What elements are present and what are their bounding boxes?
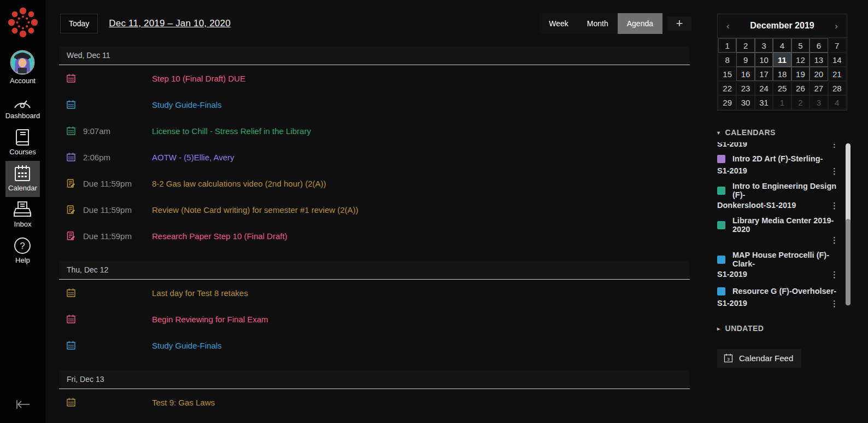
today-button[interactable]: Today bbox=[60, 14, 98, 33]
mini-calendar-day[interactable]: 4 bbox=[773, 38, 791, 53]
mini-calendar-day[interactable]: 13 bbox=[810, 53, 828, 67]
collapse-arrow-icon bbox=[15, 398, 31, 411]
kebab-menu-icon[interactable]: ⋮ bbox=[830, 270, 838, 279]
calendar-feed-label: Calendar Feed bbox=[739, 354, 793, 363]
sidebar-item-help[interactable]: ?Help bbox=[5, 233, 40, 269]
mini-calendar-day[interactable]: 7 bbox=[828, 38, 846, 53]
agenda-event-row[interactable]: Due 11:59pmResearch Paper Step 10 (Final… bbox=[59, 223, 690, 249]
sidebar-item-account[interactable]: Account bbox=[5, 46, 40, 90]
event-title-link[interactable]: Step 10 (Final Draft) DUE bbox=[152, 74, 245, 83]
mini-calendar-day[interactable]: 12 bbox=[791, 53, 810, 67]
prev-month-icon[interactable]: ‹ bbox=[726, 21, 730, 31]
calendar-color-swatch[interactable] bbox=[717, 155, 725, 163]
mini-calendar-day[interactable]: 21 bbox=[828, 67, 846, 81]
mini-calendar-day[interactable]: 16 bbox=[736, 67, 754, 81]
event-time: 2:06pm bbox=[83, 153, 152, 162]
mini-calendar-day[interactable]: 30 bbox=[736, 95, 754, 109]
sidebar-item-dashboard[interactable]: Dashboard bbox=[5, 90, 40, 125]
agenda-list: Wed, Dec 11 Step 10 (Final Draft) DUE St… bbox=[59, 47, 690, 415]
undated-section-header[interactable]: ▸ UNDATED bbox=[717, 324, 868, 333]
mini-calendar-day[interactable]: 31 bbox=[755, 95, 773, 109]
sidebar-item-courses[interactable]: Courses bbox=[5, 125, 40, 161]
view-tab-month[interactable]: Month bbox=[578, 13, 618, 34]
mini-calendar-day[interactable]: 1 bbox=[773, 95, 791, 109]
kebab-menu-icon[interactable]: ⋮ bbox=[830, 236, 838, 244]
mini-calendar-day[interactable]: 23 bbox=[736, 81, 754, 95]
kebab-menu-icon[interactable]: ⋮ bbox=[830, 299, 838, 308]
calendar-color-swatch[interactable] bbox=[717, 256, 725, 264]
date-range-link[interactable]: Dec 11, 2019 – Jan 10, 2020 bbox=[109, 18, 230, 29]
calendar-color-swatch[interactable] bbox=[717, 221, 725, 229]
agenda-event-row[interactable]: Last day for Test 8 retakes bbox=[59, 280, 690, 306]
kebab-menu-icon[interactable]: ⋮ bbox=[830, 142, 838, 148]
mini-calendar-day[interactable]: 2 bbox=[736, 38, 754, 53]
calendar-list-item[interactable]: Intro 2D Art (F)-Sterling-S1-2019⋮ bbox=[717, 153, 838, 177]
mini-calendar-day[interactable]: 20 bbox=[810, 67, 828, 81]
event-title-link[interactable]: Study Guide-Finals bbox=[152, 341, 222, 350]
agenda-event-row[interactable]: Study Guide-Finals bbox=[59, 91, 690, 118]
agenda-event-row[interactable]: Due 11:59pm8-2 Gas law calculations vide… bbox=[59, 170, 690, 196]
mini-calendar-day[interactable]: 2 bbox=[791, 95, 810, 109]
mini-calendar-day[interactable]: 28 bbox=[828, 81, 846, 95]
event-title-link[interactable]: AOTW - (5)Ellie, Avery bbox=[152, 153, 234, 162]
agenda-event-row[interactable]: Due 11:59pmReview (Note Card writing) fo… bbox=[59, 196, 690, 223]
mini-calendar-day[interactable]: 4 bbox=[828, 95, 846, 109]
kebab-menu-icon[interactable]: ⋮ bbox=[830, 167, 838, 175]
mini-calendar-day[interactable]: 10 bbox=[755, 53, 773, 67]
calendar-list-item[interactable]: Intro to Engineering Design (F)-Donkersl… bbox=[717, 182, 838, 211]
collapse-nav-button[interactable] bbox=[15, 398, 31, 423]
calendar-color-swatch[interactable] bbox=[717, 287, 725, 295]
calendar-feed-button[interactable]: 3 Calendar Feed bbox=[717, 349, 801, 368]
mini-calendar-day[interactable]: 3 bbox=[755, 38, 773, 53]
mini-calendar-day[interactable]: 26 bbox=[791, 81, 810, 95]
calendar-list-item[interactable]: Library Media Center 2019-2020⋮ bbox=[717, 216, 838, 246]
mini-calendar-day[interactable]: 5 bbox=[791, 38, 810, 53]
mini-calendar-day[interactable]: 24 bbox=[755, 81, 773, 95]
add-event-button[interactable]: + bbox=[667, 16, 691, 31]
mini-calendar-day[interactable]: 19 bbox=[791, 67, 810, 81]
mini-calendar-day[interactable]: 9 bbox=[736, 53, 754, 67]
agenda-day-section: Wed, Dec 11 Step 10 (Final Draft) DUE St… bbox=[59, 47, 690, 249]
sidebar-item-calendar[interactable]: Calendar bbox=[5, 161, 40, 197]
mini-calendar-day-selected[interactable]: 11 bbox=[773, 53, 791, 67]
agenda-event-row[interactable]: 2:06pmAOTW - (5)Ellie, Avery bbox=[59, 144, 690, 170]
mini-calendar-day[interactable]: 27 bbox=[810, 81, 828, 95]
calendar-list-item[interactable]: Resource G (F)-Overholser-S1-2019⋮ bbox=[717, 285, 838, 308]
calendar-event-icon bbox=[67, 398, 75, 407]
event-title-link[interactable]: Review (Note Card writing) for semester … bbox=[152, 205, 359, 215]
mini-calendar-day[interactable]: 6 bbox=[810, 38, 828, 53]
event-title-link[interactable]: Test 9: Gas Laws bbox=[152, 398, 215, 407]
calendar-list-item[interactable]: MAP House Petrocelli (F)-Clark-S1-2019⋮ bbox=[717, 251, 838, 280]
mini-calendar-day[interactable]: 25 bbox=[773, 81, 791, 95]
event-title-link[interactable]: Study Guide-Finals bbox=[152, 100, 222, 109]
mini-calendar-day[interactable]: 1 bbox=[718, 38, 736, 53]
event-title-link[interactable]: Last day for Test 8 retakes bbox=[152, 288, 248, 298]
mini-calendar-day[interactable]: 8 bbox=[718, 53, 736, 67]
next-month-icon[interactable]: › bbox=[835, 21, 838, 31]
agenda-event-row[interactable]: Step 10 (Final Draft) DUE bbox=[59, 65, 690, 91]
canvas-logo[interactable] bbox=[7, 0, 39, 46]
agenda-event-row[interactable]: Test 9: Gas Laws bbox=[59, 389, 690, 415]
event-title-link[interactable]: License to Chill - Stress Relief in the … bbox=[152, 126, 311, 136]
event-title-link[interactable]: Research Paper Step 10 (Final Draft) bbox=[152, 231, 288, 241]
event-title-link[interactable]: 8-2 Gas law calculations video (2nd hour… bbox=[152, 179, 326, 188]
calendar-event-icon bbox=[67, 315, 75, 323]
event-title-link[interactable]: Begin Reviewing for Final Exam bbox=[152, 315, 268, 324]
mini-calendar-day[interactable]: 22 bbox=[718, 81, 736, 95]
mini-calendar-day[interactable]: 18 bbox=[773, 67, 791, 81]
sidebar-item-inbox[interactable]: Inbox bbox=[5, 197, 40, 233]
calendar-color-swatch[interactable] bbox=[717, 187, 725, 195]
agenda-event-row[interactable]: Begin Reviewing for Final Exam bbox=[59, 306, 690, 332]
kebab-menu-icon[interactable]: ⋮ bbox=[830, 201, 838, 210]
view-tab-week[interactable]: Week bbox=[539, 13, 578, 34]
mini-calendar-day[interactable]: 3 bbox=[810, 95, 828, 109]
mini-calendar-day[interactable]: 15 bbox=[718, 67, 736, 81]
view-tab-agenda[interactable]: Agenda bbox=[618, 13, 662, 34]
mini-calendar-day[interactable]: 17 bbox=[755, 67, 773, 81]
calendars-scrollbar-thumb[interactable] bbox=[846, 219, 851, 305]
mini-calendar-day[interactable]: 14 bbox=[828, 53, 846, 67]
calendars-section-header[interactable]: ▾ CALENDARS bbox=[717, 128, 868, 137]
agenda-event-row[interactable]: 9:07amLicense to Chill - Stress Relief i… bbox=[59, 118, 690, 144]
agenda-event-row[interactable]: Study Guide-Finals bbox=[59, 332, 690, 358]
mini-calendar-day[interactable]: 29 bbox=[718, 95, 736, 109]
